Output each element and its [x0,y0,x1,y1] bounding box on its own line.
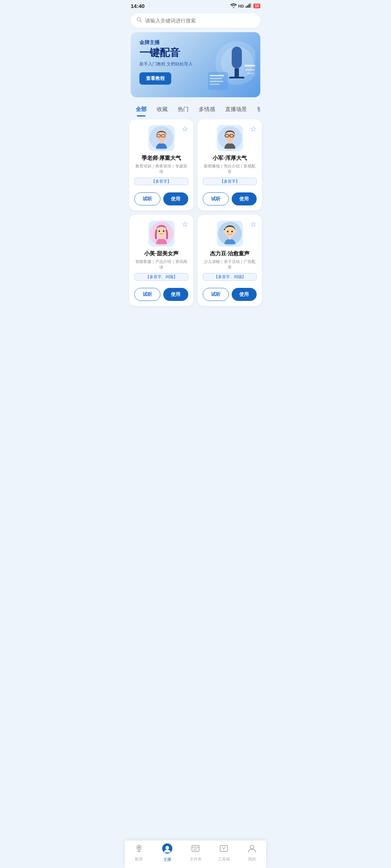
use-btn-xiaojun[interactable]: 使用 [232,192,257,205]
card-actions-jielidou: 试听 使用 [203,288,257,301]
nav-dubbing[interactable]: 配音 [128,844,150,862]
card-badge-jilao: 【多音字】 [134,178,188,185]
svg-point-41 [223,230,226,233]
svg-rect-16 [210,75,224,76]
signal-icon [245,3,252,9]
status-bar: 14:40 HD 16 [125,0,266,10]
listen-btn-xiaomei[interactable]: 试听 [134,288,160,301]
svg-point-51 [165,846,169,850]
banner-illustration [197,36,255,97]
svg-rect-14 [247,73,254,74]
nav-dubbing-label: 配音 [135,856,143,862]
voice-card-xiaojun: ☆ [198,119,262,210]
card-badge-xiaomei: 【多音字、间隔】 [134,273,188,281]
svg-rect-3 [249,4,251,8]
bottom-nav: 配音 主播 文件库 工具箱 我的 [125,841,266,868]
anchor-icon [162,843,172,856]
svg-rect-19 [210,84,220,85]
nav-files[interactable]: 文件库 [185,844,206,862]
tools-icon [219,844,228,855]
svg-rect-0 [245,7,247,8]
nav-profile-label: 我的 [248,856,256,862]
cards-row-1: ☆ 季老师·厚重大气 教育 [129,119,262,210]
svg-point-42 [234,230,236,233]
svg-rect-10 [235,68,239,77]
tab-favorites[interactable]: 收藏 [152,103,173,116]
use-btn-xiaomei[interactable]: 使用 [163,288,189,301]
search-icon [136,17,142,24]
tab-hot[interactable]: 热门 [173,103,194,116]
svg-rect-25 [160,140,163,144]
wifi-icon [230,3,237,9]
star-icon-1[interactable]: ☆ [182,124,188,133]
listen-btn-jielidou[interactable]: 试听 [203,288,229,301]
tab-all[interactable]: 全部 [131,103,152,116]
svg-rect-33 [228,140,231,144]
svg-point-43 [227,230,228,232]
avatar-jilao [148,125,175,151]
voice-card-xiaomei: ☆ [129,215,193,306]
files-icon [191,844,200,855]
svg-point-36 [159,230,160,232]
nav-anchor-label: 主播 [163,857,171,862]
cards-container: ☆ 季老师·厚重大气 教育 [125,119,266,335]
dubbing-icon [134,844,144,855]
svg-rect-45 [228,236,231,239]
nav-tools[interactable]: 工具箱 [213,844,235,862]
svg-rect-18 [210,81,223,82]
banner: 金牌主播 一键配音 新手入门教程 文档轻松导入 查看教程 [131,32,260,97]
svg-rect-9 [232,47,242,68]
listen-btn-xiaojun[interactable]: 试听 [203,192,229,205]
svg-rect-2 [248,4,249,8]
svg-rect-11 [229,77,244,78]
svg-rect-38 [160,235,163,239]
cards-row-2: ☆ [129,215,262,306]
nav-anchor[interactable]: 主播 [156,843,178,862]
use-btn-jilao[interactable]: 使用 [163,192,189,205]
banner-btn[interactable]: 查看教程 [139,72,171,85]
search-input[interactable] [145,18,255,24]
card-badge-jielidou: 【多音字、间隔】 [203,273,257,281]
card-badge-xiaojun: 【多音字】 [203,178,257,185]
avatar-xiaomei [148,221,175,247]
svg-line-6 [140,21,142,22]
search-bar [131,13,260,28]
nav-profile[interactable]: 我的 [241,844,263,862]
nav-files-label: 文件库 [190,856,202,862]
svg-rect-12 [244,65,255,67]
card-name-jilao: 季老师·厚重大气 [134,155,188,162]
star-icon-2[interactable]: ☆ [250,124,257,133]
card-actions-xiaomei: 试听 使用 [134,288,188,301]
hd-badge: HD [238,4,244,8]
star-icon-3[interactable]: ☆ [182,220,188,229]
svg-rect-52 [192,846,199,851]
svg-point-57 [250,845,254,849]
card-name-xiaojun: 小军·浑厚大气 [203,155,257,162]
svg-point-44 [231,230,232,232]
listen-btn-jilao[interactable]: 试听 [134,192,160,205]
card-tags-xiaojun: 新闻播报｜旁白介绍｜影视配音 [203,163,257,175]
card-tags-jilao: 教育培训｜商务宣传｜专题宣传 [134,163,188,175]
avatar-xiaojun [217,125,243,151]
card-actions-jilao: 试听 使用 [134,192,188,205]
battery-indicator: 16 [253,4,260,8]
tabs-container: 全部 收藏 热门 多情感 直播场景 智能客服 [125,103,266,116]
card-name-xiaomei: 小美·甜美女声 [134,250,188,257]
svg-rect-49 [137,851,141,852]
use-btn-jielidou[interactable]: 使用 [232,288,257,301]
svg-rect-4 [251,3,252,8]
card-tags-xiaomei: 智能客服｜产品介绍｜资讯阅读 [134,259,188,270]
tab-ai-service[interactable]: 智能客服 [252,103,260,116]
tab-live[interactable]: 直播场景 [220,103,252,116]
avatar-jielidou [217,221,243,247]
star-icon-4[interactable]: ☆ [250,220,257,229]
tab-emotion[interactable]: 多情感 [194,103,220,116]
nav-tools-label: 工具箱 [218,856,230,862]
voice-card-jielidou: ☆ [198,215,262,306]
profile-icon [247,844,257,855]
svg-rect-17 [210,78,222,79]
tabs: 全部 收藏 热门 多情感 直播场景 智能客服 [131,103,260,116]
svg-point-37 [163,230,164,232]
card-tags-jielidou: 少儿读物｜亲子活动｜广告配音 [203,259,257,270]
status-icons: HD 16 [230,3,260,9]
